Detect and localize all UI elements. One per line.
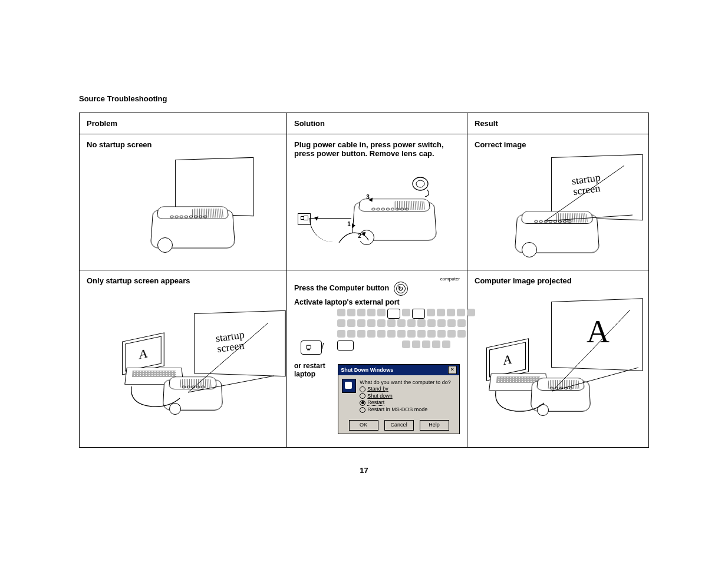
col-problem: Problem	[80, 113, 287, 134]
row2-problem-text: Only startup screen appears	[87, 276, 279, 285]
col-result: Result	[467, 113, 649, 134]
troubleshoot-table: Problem Solution Result No startup scree…	[79, 113, 649, 448]
projector-icon	[151, 208, 234, 249]
svg-rect-2	[306, 345, 311, 349]
section-title: Source Troubleshooting	[79, 94, 649, 103]
row1-result-text: Correct image	[475, 140, 641, 149]
arrow-icon	[352, 223, 355, 228]
row1-problem-text: No startup screen	[87, 140, 279, 149]
lens-cap-icon	[410, 173, 433, 197]
ok-button: OK	[349, 420, 378, 431]
row2-result-text: Computer image projected	[475, 276, 641, 285]
radio-icon	[360, 386, 365, 392]
page-number: 17	[0, 466, 728, 475]
radio-icon	[360, 407, 365, 413]
opt-standby: Stand by	[367, 386, 388, 392]
shutdown-dialog: Shut Down Windows × What do you want the…	[338, 364, 460, 434]
wall-outlet-icon	[298, 213, 311, 225]
shutdown-icon	[342, 379, 356, 393]
svg-point-0	[413, 177, 428, 190]
slash-label: /	[322, 342, 324, 351]
row2-problem-illustration: startup screen A	[87, 290, 279, 425]
cancel-button: Cancel	[384, 420, 414, 431]
row2-solution-line1: Press the Computer button	[294, 284, 389, 292]
radio-selected-icon	[360, 400, 365, 406]
dialog-title: Shut Down Windows	[341, 367, 393, 373]
hand-icon	[337, 225, 372, 249]
row1-solution-text: Plug power cable in, press power switch,…	[294, 140, 460, 158]
row2-result-illustration: A A	[475, 290, 641, 425]
laptop-screen-letter: A	[489, 342, 526, 377]
opt-restart: Restart	[367, 399, 384, 406]
table-row: Only startup screen appears startup scre…	[80, 270, 649, 448]
col-solution: Solution	[287, 113, 467, 134]
projection-cone-icon	[186, 322, 280, 398]
computer-button-label: computer	[440, 276, 460, 282]
row1-result-illustration: startup screen	[475, 154, 641, 254]
vga-cable-icon	[493, 389, 546, 418]
projection-cone-icon	[551, 309, 645, 397]
laptop-screen-letter: A	[125, 336, 162, 371]
fn-key-icon	[301, 340, 322, 355]
row1-problem-illustration	[87, 154, 279, 242]
vga-cable-icon	[129, 384, 182, 414]
svg-rect-3	[307, 349, 310, 351]
help-button: Help	[420, 420, 449, 431]
table-row: No startup screen Plug power cable	[80, 134, 649, 270]
keyboard-diagram-icon: /	[301, 309, 454, 357]
computer-button-icon	[394, 282, 408, 296]
opt-shutdown: Shut down	[367, 393, 393, 399]
dialog-options: What do you want the computer to do? Sta…	[360, 379, 451, 414]
row2-or-restart: or restart laptop	[294, 362, 338, 378]
page: Source Troubleshooting Problem Solution …	[0, 0, 728, 562]
row2-solution-line2: Activate laptop's external port	[294, 298, 460, 306]
radio-icon	[360, 393, 365, 399]
dialog-prompt: What do you want the computer to do?	[360, 379, 451, 385]
row1-solution-illustration: 1 2 3	[294, 160, 460, 254]
opt-msdos: Restart in MS-DOS mode	[367, 406, 427, 412]
close-icon: ×	[448, 366, 457, 374]
projection-cone-icon	[544, 164, 638, 235]
